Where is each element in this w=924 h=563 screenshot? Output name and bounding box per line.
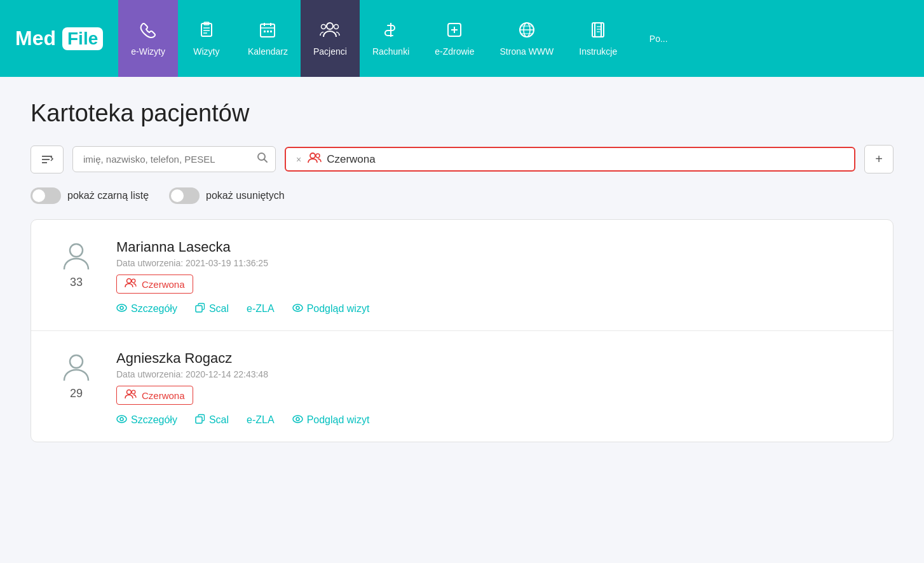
action-szczegoly-label-1: Szczegóły xyxy=(131,414,177,426)
filter-tag-label: Czerwona xyxy=(327,153,376,166)
action-podglad-0[interactable]: Podgląd wizyt xyxy=(292,303,370,315)
patient-age: 33 xyxy=(70,276,83,289)
nav-label-strona-www: Strona WWW xyxy=(500,46,554,57)
toggle-black-list-switch[interactable] xyxy=(31,187,61,204)
eye-icon-2 xyxy=(292,303,303,315)
group-filter-icon xyxy=(308,152,322,166)
nav-label-ewizyty: e-Wizyty xyxy=(131,46,165,57)
svg-point-34 xyxy=(310,153,315,158)
nav-item-rachunki[interactable]: Rachunki xyxy=(360,0,422,77)
nav-item-ewizyty[interactable]: e-Wizyty xyxy=(118,0,178,77)
action-scal-1[interactable]: Scal xyxy=(195,414,229,426)
nav-label-pacjenci: Pacjenci xyxy=(313,46,347,57)
filter-tag-area: × Czerwona xyxy=(285,147,855,172)
svg-rect-0 xyxy=(201,24,212,36)
svg-point-39 xyxy=(117,304,126,311)
patient-name-1: Agnieszka Rogacz xyxy=(116,350,870,367)
search-submit-button[interactable] xyxy=(257,152,268,166)
sort-button[interactable] xyxy=(31,146,64,173)
tag-group-icon xyxy=(125,278,137,290)
plus-circle-icon xyxy=(445,20,464,43)
svg-rect-49 xyxy=(196,417,202,423)
copy-icon-1 xyxy=(195,414,205,426)
patient-info-1: Agnieszka Rogacz Data utworzenia: 2020-1… xyxy=(116,350,870,426)
svg-point-12 xyxy=(327,23,333,29)
calendar-icon xyxy=(258,20,277,43)
action-podglad-label-1: Podgląd wizyt xyxy=(307,414,370,426)
toggle-row: pokaż czarną listę pokaż usuniętych xyxy=(31,187,893,204)
svg-point-43 xyxy=(296,306,299,309)
nav-label-rachunki: Rachunki xyxy=(372,46,409,57)
logo[interactable]: Med File xyxy=(0,0,118,77)
nav-item-ezdrowie[interactable]: e-Zdrowie xyxy=(422,0,487,77)
nav-label-kalendarz: Kalendarz xyxy=(248,46,288,57)
table-row: 29 Agnieszka Rogacz Data utworzenia: 202… xyxy=(31,331,893,442)
nav-item-pacjenci[interactable]: Pacjenci xyxy=(301,0,360,77)
patient-tag-czerwona: Czerwona xyxy=(116,275,193,294)
nav-label-ezdrowie: e-Zdrowie xyxy=(435,46,474,57)
patient-name: Marianna Lasecka xyxy=(116,239,870,255)
search-input[interactable] xyxy=(72,146,276,172)
action-szczegoly-label: Szczegóły xyxy=(131,303,177,315)
phone-icon xyxy=(139,20,158,43)
nav-item-strona-www[interactable]: Strona WWW xyxy=(487,0,567,77)
action-podglad-1[interactable]: Podgląd wizyt xyxy=(292,414,370,426)
nav-item-kalendarz[interactable]: Kalendarz xyxy=(235,0,301,77)
patient-tag-label: Czerwona xyxy=(142,279,185,290)
svg-rect-41 xyxy=(196,306,202,312)
svg-point-13 xyxy=(322,25,326,29)
toggle-black-list-slider xyxy=(31,187,61,204)
patient-created: Data utworzenia: 2021-03-19 11:36:25 xyxy=(116,258,870,268)
search-row: × Czerwona + xyxy=(31,145,893,173)
nav-label-wizyty: Wizyty xyxy=(193,46,219,57)
avatar-icon-1 xyxy=(59,350,93,384)
action-ezla-0[interactable]: e-ZLA xyxy=(247,303,275,315)
svg-point-35 xyxy=(316,154,320,158)
svg-rect-9 xyxy=(264,31,266,32)
toggle-black-list-label: pokaż czarną listę xyxy=(67,190,149,201)
avatar-icon xyxy=(59,239,93,273)
clipboard-icon xyxy=(197,20,216,43)
action-scal-0[interactable]: Scal xyxy=(195,302,229,315)
avatar-wrap-1: 29 xyxy=(54,350,99,400)
action-szczegoly-0[interactable]: Szczegóły xyxy=(116,303,177,315)
svg-point-50 xyxy=(293,416,302,423)
nav-label-instrukcje: Instrukcje xyxy=(579,46,617,57)
filter-close-button[interactable]: × xyxy=(296,154,301,165)
add-patient-button[interactable]: + xyxy=(864,145,893,173)
patient-created-1: Data utworzenia: 2020-12-14 22:43:48 xyxy=(116,369,870,379)
svg-point-51 xyxy=(296,417,299,421)
svg-point-47 xyxy=(117,416,126,423)
action-ezla-label: e-ZLA xyxy=(247,303,275,315)
svg-point-14 xyxy=(334,25,339,29)
svg-rect-24 xyxy=(592,23,601,37)
patient-age-1: 29 xyxy=(70,387,83,400)
svg-line-33 xyxy=(264,159,268,163)
svg-point-48 xyxy=(120,417,123,421)
svg-rect-25 xyxy=(595,23,604,37)
nav-item-po[interactable]: Po... xyxy=(630,0,687,77)
patient-list: 33 Marianna Lasecka Data utworzenia: 202… xyxy=(31,219,893,442)
action-ezla-label-1: e-ZLA xyxy=(247,414,275,426)
action-szczegoly-1[interactable]: Szczegóły xyxy=(116,414,177,426)
main-content: Kartoteka pacjentów × xyxy=(0,77,924,442)
toggle-deleted: pokaż usuniętych xyxy=(169,187,285,204)
logo-file: File xyxy=(62,27,103,50)
patient-actions: Szczegóły Scal e-ZLA xyxy=(116,302,870,315)
nav-item-instrukcje[interactable]: Instrukcje xyxy=(566,0,630,77)
tag-group-icon-1 xyxy=(125,389,137,402)
patient-info: Marianna Lasecka Data utworzenia: 2021-0… xyxy=(116,239,870,315)
toggle-deleted-switch[interactable] xyxy=(169,187,200,204)
action-ezla-1[interactable]: e-ZLA xyxy=(247,414,275,426)
patient-tag-label-1: Czerwona xyxy=(142,390,185,401)
toggle-black-list: pokaż czarną listę xyxy=(31,187,149,204)
svg-rect-10 xyxy=(267,31,269,32)
svg-point-38 xyxy=(132,279,135,283)
eye-icon xyxy=(116,303,127,315)
action-scal-label: Scal xyxy=(209,303,229,315)
nav-item-wizyty[interactable]: Wizyty xyxy=(178,0,235,77)
logo-med: Med xyxy=(15,27,56,50)
avatar-wrap: 33 xyxy=(54,239,99,289)
filter-tag-czerwona: × Czerwona xyxy=(296,152,376,166)
nav-label-po: Po... xyxy=(649,34,668,44)
